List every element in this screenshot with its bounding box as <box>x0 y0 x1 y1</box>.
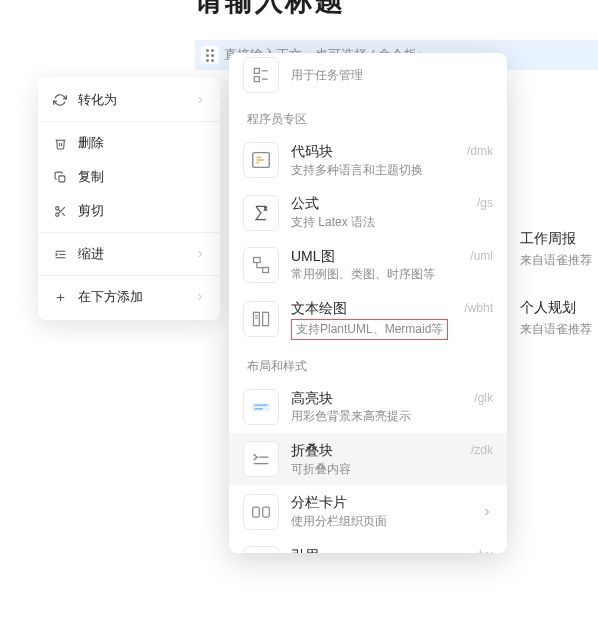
block-desc: 用彩色背景来高亮提示 <box>291 408 466 425</box>
block-title: 引用 <box>291 546 470 553</box>
sigma-icon: x <box>243 195 279 231</box>
scissors-icon <box>52 203 68 219</box>
menu-label: 删除 <box>78 134 104 152</box>
template-cards: 工作周报 来自语雀推荐 个人规划 来自语雀推荐 <box>520 230 598 368</box>
svg-rect-11 <box>254 68 259 73</box>
card-subtitle: 来自语雀推荐 <box>520 252 598 269</box>
block-title: UML图 <box>291 247 462 267</box>
section-label-layout: 布局和样式 <box>229 348 507 381</box>
menu-delete[interactable]: 删除 <box>38 126 220 160</box>
shortcut: /wbht <box>464 301 493 315</box>
block-desc: 使用分栏组织页面 <box>291 513 481 530</box>
block-desc-highlighted: 支持PlantUML、Mermaid等 <box>291 319 448 340</box>
block-desc: 支持 Latex 语法 <box>291 214 469 231</box>
context-menu: 转化为 删除 复制 剪切 缩进 在下方添加 <box>38 77 220 320</box>
block-title: 文本绘图 <box>291 299 456 319</box>
indent-icon <box>52 246 68 262</box>
template-card-weekly[interactable]: 工作周报 来自语雀推荐 <box>520 230 598 269</box>
template-card-plan[interactable]: 个人规划 来自语雀推荐 <box>520 299 598 338</box>
divider <box>38 121 220 122</box>
card-title: 个人规划 <box>520 299 598 317</box>
highlight-icon <box>243 389 279 425</box>
shortcut: /uml <box>470 249 493 263</box>
card-title: 工作周报 <box>520 230 598 248</box>
block-code[interactable]: 代码块 支持多种语言和主题切换 /dmk <box>229 134 507 186</box>
menu-add-below[interactable]: 在下方添加 <box>38 280 220 314</box>
menu-label: 在下方添加 <box>78 288 143 306</box>
block-desc: 可折叠内容 <box>291 461 463 478</box>
svg-rect-26 <box>252 402 270 411</box>
columns-icon <box>243 494 279 530</box>
block-formula[interactable]: x 公式 支持 Latex 语法 /gs <box>229 186 507 238</box>
svg-rect-20 <box>254 257 261 262</box>
block-task[interactable]: 用于任务管理 <box>229 53 507 101</box>
menu-indent[interactable]: 缩进 <box>38 237 220 271</box>
svg-rect-22 <box>254 313 260 326</box>
block-uml[interactable]: UML图 常用例图、类图、时序图等 /uml <box>229 239 507 291</box>
shortcut: /dmk <box>467 144 493 158</box>
svg-rect-32 <box>263 507 270 517</box>
block-desc: 用于任务管理 <box>291 67 493 84</box>
svg-rect-12 <box>254 77 259 82</box>
svg-text:x: x <box>264 204 267 210</box>
block-title: 分栏卡片 <box>291 493 481 513</box>
shortcut: /zdk <box>471 443 493 457</box>
shortcut: /yy <box>478 548 493 553</box>
svg-rect-0 <box>58 175 64 181</box>
block-title: 公式 <box>291 194 469 214</box>
drag-handle-icon[interactable] <box>201 46 219 64</box>
chevron-right-icon <box>194 291 206 303</box>
collapse-icon <box>243 441 279 477</box>
block-highlight[interactable]: 高亮块 用彩色背景来高亮提示 /glk <box>229 381 507 433</box>
svg-point-1 <box>55 206 58 209</box>
trash-icon <box>52 135 68 151</box>
menu-label: 缩进 <box>78 245 104 263</box>
uml-icon <box>243 247 279 283</box>
block-desc: 常用例图、类图、时序图等 <box>291 266 462 283</box>
shortcut: /glk <box>474 391 493 405</box>
chevron-right-icon <box>481 506 493 518</box>
copy-icon <box>52 169 68 185</box>
block-collapse[interactable]: 折叠块 可折叠内容 /zdk <box>229 433 507 485</box>
svg-point-2 <box>55 213 58 216</box>
plus-icon <box>52 289 68 305</box>
menu-transform[interactable]: 转化为 <box>38 83 220 117</box>
card-subtitle: 来自语雀推荐 <box>520 321 598 338</box>
block-quote[interactable]: 引用 插入引用格式 /yy <box>229 538 507 553</box>
block-text-draw[interactable]: 文本绘图 支持PlantUML、Mermaid等 /wbht <box>229 291 507 347</box>
block-title: 折叠块 <box>291 441 463 461</box>
block-desc: 支持多种语言和主题切换 <box>291 162 459 179</box>
block-columns[interactable]: 分栏卡片 使用分栏组织页面 <box>229 485 507 537</box>
svg-rect-23 <box>263 313 269 326</box>
chevron-right-icon <box>194 248 206 260</box>
chevron-right-icon <box>194 94 206 106</box>
text-draw-icon <box>243 301 279 337</box>
svg-rect-21 <box>263 267 269 272</box>
page-title: 请输入标题 <box>195 0 345 20</box>
divider <box>38 232 220 233</box>
svg-rect-31 <box>253 507 260 517</box>
menu-label: 复制 <box>78 168 104 186</box>
quote-icon <box>243 546 279 553</box>
menu-copy[interactable]: 复制 <box>38 160 220 194</box>
menu-cut[interactable]: 剪切 <box>38 194 220 228</box>
code-icon <box>243 142 279 178</box>
section-label-dev: 程序员专区 <box>229 101 507 134</box>
block-type-menu: 用于任务管理 程序员专区 代码块 支持多种语言和主题切换 /dmk x 公式 支… <box>229 53 507 553</box>
menu-label: 转化为 <box>78 91 117 109</box>
svg-line-4 <box>61 212 64 215</box>
block-title: 高亮块 <box>291 389 466 409</box>
divider <box>38 275 220 276</box>
shortcut: /gs <box>477 196 493 210</box>
svg-line-5 <box>58 209 60 211</box>
menu-label: 剪切 <box>78 202 104 220</box>
task-icon <box>243 57 279 93</box>
block-title: 代码块 <box>291 142 459 162</box>
refresh-icon <box>52 92 68 108</box>
